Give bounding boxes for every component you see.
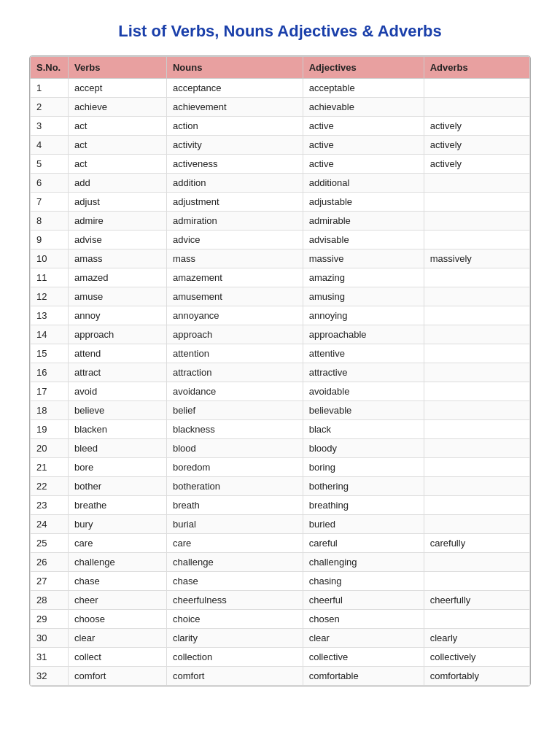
table-cell: 17 [31, 382, 69, 401]
table-cell [424, 515, 529, 534]
table-row: 22botherbotherationbothering [31, 477, 530, 496]
table-cell [424, 382, 529, 401]
col-header-adverbs: Adverbs [424, 57, 529, 79]
table-cell: 32 [31, 667, 69, 686]
table-cell: attention [166, 344, 303, 363]
table-cell: annoy [69, 306, 167, 325]
table-cell: 23 [31, 496, 69, 515]
table-row: 3actactionactiveactively [31, 117, 530, 136]
table-row: 15attendattentionattentive [31, 344, 530, 363]
table-cell: admire [69, 212, 167, 231]
table-cell [424, 325, 529, 344]
table-cell: 7 [31, 193, 69, 212]
table-row: 24buryburialburied [31, 515, 530, 534]
table-cell: chasing [303, 572, 424, 591]
table-row: 32comfortcomfortcomfortablecomfortably [31, 667, 530, 686]
table-cell: 13 [31, 306, 69, 325]
table-cell: botheration [166, 477, 303, 496]
table-cell: active [303, 136, 424, 155]
table-row: 2achieveachievementachievable [31, 98, 530, 117]
table-cell: amusing [303, 287, 424, 306]
table-cell: bloody [303, 439, 424, 458]
table-cell: additional [303, 174, 424, 193]
table-row: 25carecarecarefulcarefully [31, 534, 530, 553]
table-row: 30clearclarityclearclearly [31, 629, 530, 648]
table-cell: clarity [166, 629, 303, 648]
page-title: List of Verbs, Nouns Adjectives & Adverb… [29, 22, 531, 41]
table-cell: avoidable [303, 382, 424, 401]
table-cell: 8 [31, 212, 69, 231]
table-cell: actively [424, 136, 529, 155]
table-row: 7adjustadjustmentadjustable [31, 193, 530, 212]
table-cell: blackness [166, 420, 303, 439]
table-row: 19blackenblacknessblack [31, 420, 530, 439]
table-cell: amass [69, 249, 167, 268]
table-cell [424, 287, 529, 306]
table-cell [424, 231, 529, 249]
table-cell: collect [69, 648, 167, 667]
table-cell: buried [303, 515, 424, 534]
table-row: 28cheercheerfulnesscheerfulcheerfully [31, 591, 530, 610]
table-row: 12amuseamusementamusing [31, 287, 530, 306]
table-cell [424, 363, 529, 382]
table-cell: amazed [69, 268, 167, 287]
table-cell [424, 212, 529, 231]
table-cell: 26 [31, 553, 69, 572]
table-row: 9adviseadviceadvisable [31, 231, 530, 249]
table-cell: advise [69, 231, 167, 249]
table-cell: breath [166, 496, 303, 515]
table-cell [424, 496, 529, 515]
table-cell: burial [166, 515, 303, 534]
table-cell: adjustable [303, 193, 424, 212]
table-cell: attentive [303, 344, 424, 363]
table-cell: 10 [31, 249, 69, 268]
table-cell: 21 [31, 458, 69, 477]
table-cell: chosen [303, 610, 424, 629]
table-cell: annoyance [166, 306, 303, 325]
table-cell: 18 [31, 401, 69, 420]
table-cell: 3 [31, 117, 69, 136]
table-cell: avoid [69, 382, 167, 401]
table-cell: achievement [166, 98, 303, 117]
table-cell [424, 79, 529, 98]
table-cell: comfortable [303, 667, 424, 686]
table-cell: choose [69, 610, 167, 629]
table-cell [424, 98, 529, 117]
table-cell: 29 [31, 610, 69, 629]
table-cell: attract [69, 363, 167, 382]
table-cell: active [303, 155, 424, 174]
table-row: 20bleedbloodbloody [31, 439, 530, 458]
table-cell: actively [424, 117, 529, 136]
table-cell: collective [303, 648, 424, 667]
table-cell [424, 344, 529, 363]
table-cell: amazement [166, 268, 303, 287]
table-cell: 28 [31, 591, 69, 610]
table-cell: careful [303, 534, 424, 553]
table-cell: admiration [166, 212, 303, 231]
table-cell [424, 458, 529, 477]
table-cell: 27 [31, 572, 69, 591]
table-row: 18believebeliefbelievable [31, 401, 530, 420]
table-cell [424, 420, 529, 439]
table-cell: advice [166, 231, 303, 249]
table-cell [424, 572, 529, 591]
table-cell [424, 193, 529, 212]
table-cell [424, 553, 529, 572]
table-row: 31collectcollectioncollectivecollectivel… [31, 648, 530, 667]
word-table-wrapper: S.No. Verbs Nouns Adjectives Adverbs 1ac… [29, 55, 531, 686]
table-cell: clear [303, 629, 424, 648]
table-cell [424, 268, 529, 287]
table-row: 4actactivityactiveactively [31, 136, 530, 155]
col-header-adjectives: Adjectives [303, 57, 424, 79]
table-cell: black [303, 420, 424, 439]
table-cell: breathing [303, 496, 424, 515]
table-cell: 2 [31, 98, 69, 117]
table-cell: 20 [31, 439, 69, 458]
table-cell: bury [69, 515, 167, 534]
col-header-sno: S.No. [31, 57, 69, 79]
table-cell: bleed [69, 439, 167, 458]
table-cell: believe [69, 401, 167, 420]
table-cell: chase [69, 572, 167, 591]
table-cell: boring [303, 458, 424, 477]
table-cell: clearly [424, 629, 529, 648]
